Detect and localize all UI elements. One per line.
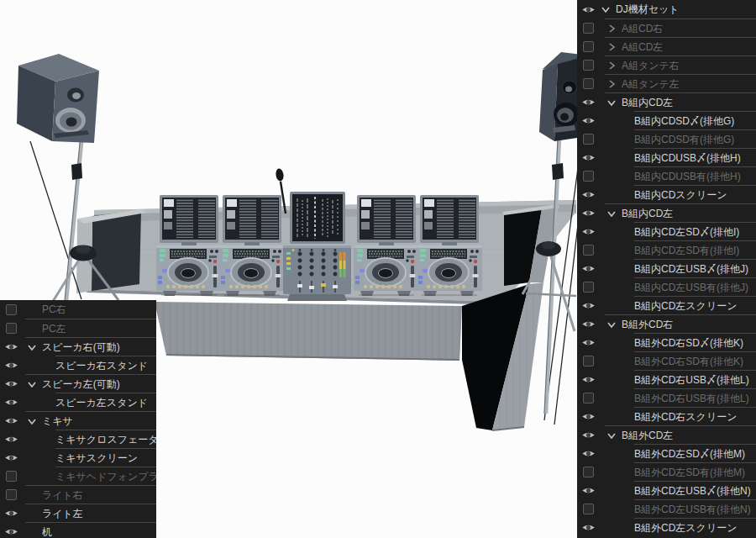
- visibility-checkbox[interactable]: [583, 356, 594, 367]
- eye-icon[interactable]: [581, 97, 596, 108]
- tree-item[interactable]: B組内CDUSB〆(排他H): [577, 148, 756, 166]
- eye-icon[interactable]: [4, 341, 18, 352]
- eye-icon[interactable]: [4, 415, 18, 426]
- dj-mixer[interactable]: [283, 192, 351, 301]
- tree-item[interactable]: B組外CD左: [577, 425, 756, 444]
- cdj-player-4[interactable]: [417, 195, 482, 296]
- visibility-checkbox[interactable]: [583, 171, 594, 182]
- tree-item[interactable]: B組内CD左USB有(排他J): [577, 277, 756, 296]
- visibility-checkbox[interactable]: [583, 23, 594, 34]
- eye-icon[interactable]: [581, 337, 596, 348]
- tree-item[interactable]: B組外CD右USB〆(排他L): [577, 370, 756, 388]
- visibility-checkbox[interactable]: [583, 467, 594, 477]
- chevron-right-icon[interactable]: [605, 41, 618, 53]
- visibility-checkbox[interactable]: [583, 41, 594, 52]
- tree-item[interactable]: スピーカ右スタンド: [0, 356, 156, 374]
- tree-item[interactable]: ライト右: [0, 485, 156, 504]
- tree-item[interactable]: B組外CD左USB有(排他N): [577, 499, 756, 518]
- eye-icon[interactable]: [581, 189, 596, 200]
- tree-item[interactable]: B組内CD左USB〆(排他J): [577, 259, 756, 277]
- tree-item[interactable]: ミキサ: [0, 411, 156, 430]
- tree-item[interactable]: B組外CD左USB〆(排他N): [577, 481, 756, 499]
- tree-item[interactable]: B組外CD右: [577, 314, 756, 333]
- eye-icon[interactable]: [581, 522, 596, 533]
- eye-icon[interactable]: [581, 115, 596, 126]
- tree-item[interactable]: B組内CD左: [577, 92, 756, 111]
- tree-item[interactable]: ミキサスクリーン: [0, 448, 156, 467]
- chevron-down-icon[interactable]: [599, 3, 612, 15]
- eye-icon[interactable]: [4, 360, 18, 371]
- eye-icon[interactable]: [581, 263, 596, 274]
- eye-icon[interactable]: [581, 485, 596, 496]
- eye-icon[interactable]: [581, 411, 596, 422]
- tree-item[interactable]: B組内CD左スクリーン: [577, 296, 756, 314]
- cdj-player-3[interactable]: [354, 195, 419, 296]
- speaker-left[interactable]: [17, 54, 99, 143]
- chevron-down-icon[interactable]: [25, 378, 39, 390]
- eye-icon[interactable]: [581, 319, 596, 330]
- tree-item[interactable]: B組内CDSD〆(排他G): [577, 111, 756, 129]
- visibility-checkbox[interactable]: [6, 489, 17, 500]
- cdj-player-2[interactable]: [219, 195, 285, 296]
- tree-item[interactable]: A組CD左: [577, 37, 756, 55]
- eye-icon[interactable]: [4, 526, 18, 537]
- tree-item[interactable]: B組外CD右SD有(排他K): [577, 351, 756, 370]
- eye-icon[interactable]: [581, 152, 596, 163]
- tree-item[interactable]: B組内CD左: [577, 203, 756, 222]
- chevron-down-icon[interactable]: [25, 341, 39, 353]
- tree-item[interactable]: B組外CD右SD〆(排他K): [577, 333, 756, 351]
- chevron-down-icon[interactable]: [605, 319, 618, 330]
- visibility-checkbox[interactable]: [583, 504, 594, 514]
- visibility-checkbox[interactable]: [6, 323, 17, 334]
- chevron-right-icon[interactable]: [605, 23, 618, 34]
- tree-item[interactable]: 机: [0, 522, 156, 538]
- visibility-checkbox[interactable]: [583, 134, 594, 145]
- tree-item[interactable]: PC左: [0, 319, 156, 337]
- eye-icon[interactable]: [581, 300, 596, 311]
- visibility-checkbox[interactable]: [583, 282, 594, 293]
- eye-icon[interactable]: [4, 397, 18, 408]
- tree-item[interactable]: B組内CD左SD有(排他I): [577, 240, 756, 259]
- tree-item[interactable]: スピーカ左スタンド: [0, 393, 156, 411]
- tree-item[interactable]: A組CD右: [577, 18, 756, 37]
- eye-icon[interactable]: [581, 374, 596, 385]
- tree-item[interactable]: B組内CDUSB有(排他H): [577, 166, 756, 185]
- eye-icon[interactable]: [4, 452, 18, 463]
- visibility-checkbox[interactable]: [583, 393, 594, 404]
- tree-item[interactable]: ミキサクロスフェーダ(可動): [0, 430, 156, 448]
- chevron-down-icon[interactable]: [605, 430, 618, 441]
- visibility-checkbox[interactable]: [6, 304, 17, 315]
- tree-item[interactable]: ライト左: [0, 504, 156, 522]
- tree-item[interactable]: PC右: [0, 300, 156, 319]
- visibility-checkbox[interactable]: [583, 60, 594, 71]
- eye-icon[interactable]: [581, 208, 596, 219]
- eye-icon[interactable]: [581, 226, 596, 237]
- eye-icon[interactable]: [581, 4, 596, 15]
- cdj-player-1[interactable]: [156, 195, 222, 296]
- eye-icon[interactable]: [581, 448, 596, 459]
- eye-icon[interactable]: [4, 434, 18, 445]
- chevron-right-icon[interactable]: [605, 78, 618, 90]
- tree-item[interactable]: B組外CD左SD〆(排他M): [577, 444, 756, 462]
- visibility-checkbox[interactable]: [583, 78, 594, 89]
- eye-icon[interactable]: [4, 378, 18, 389]
- tree-item[interactable]: B組内CDSD有(排他G): [577, 129, 756, 148]
- chevron-down-icon[interactable]: [25, 415, 39, 427]
- tree-item[interactable]: スピーカ左(可動): [0, 374, 156, 393]
- tree-item[interactable]: B組外CD左スクリーン: [577, 518, 756, 536]
- tree-item[interactable]: B組外CD右USB有(排他L): [577, 388, 756, 407]
- tree-item[interactable]: B組外CD右スクリーン: [577, 407, 756, 425]
- tree-item[interactable]: A組タンテ左: [577, 74, 756, 92]
- eye-icon[interactable]: [581, 430, 596, 440]
- tree-item[interactable]: A組タンテ右: [577, 55, 756, 74]
- tree-item[interactable]: スピーカ右(可動): [0, 337, 156, 356]
- chevron-down-icon[interactable]: [605, 208, 618, 219]
- tree-item[interactable]: DJ機材セット: [577, 0, 756, 18]
- visibility-checkbox[interactable]: [583, 245, 594, 256]
- eye-icon[interactable]: [4, 508, 18, 519]
- tree-item[interactable]: ミキサヘドフォンプラグ: [0, 467, 156, 485]
- chevron-down-icon[interactable]: [605, 97, 618, 108]
- visibility-checkbox[interactable]: [6, 471, 17, 482]
- tree-item[interactable]: B組外CD左SD有(排他M): [577, 462, 756, 481]
- chevron-right-icon[interactable]: [605, 60, 618, 71]
